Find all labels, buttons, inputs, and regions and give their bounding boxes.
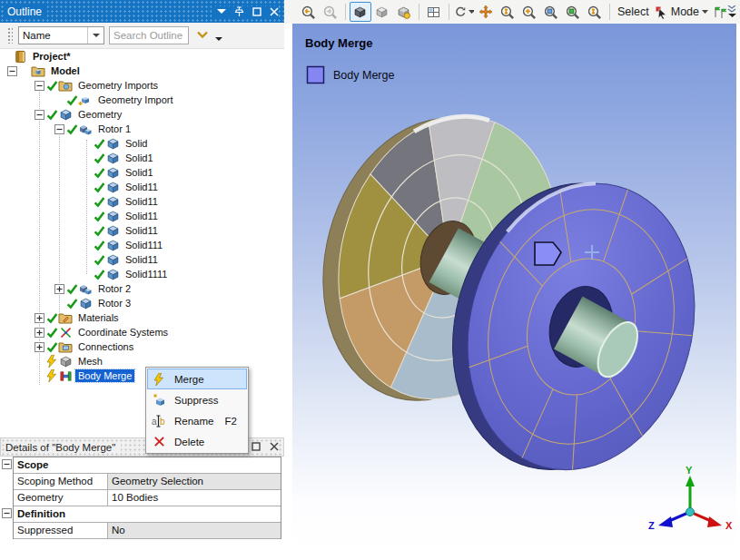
select-label[interactable]: Select xyxy=(617,5,649,18)
tree-item-solid11[interactable]: Solid11 xyxy=(0,194,284,209)
details-maximize-icon[interactable] xyxy=(252,442,261,453)
tree-item-solid11[interactable]: Solid11 xyxy=(0,223,284,238)
magnifier-window-button[interactable] xyxy=(562,2,584,22)
expander-spacer xyxy=(33,355,45,368)
orientation-triad[interactable]: Y X Z xyxy=(648,465,733,531)
expander-spacer xyxy=(80,166,93,179)
zoom-redo-button[interactable] xyxy=(320,2,341,22)
outline-titlebar[interactable]: Outline xyxy=(0,0,284,23)
details-row-suppressed: SuppressedNo xyxy=(14,523,281,539)
context-menu-item-suppress[interactable]: Suppress xyxy=(147,389,247,410)
tree-item-label: Geometry xyxy=(75,108,124,121)
solid-icon xyxy=(105,239,120,252)
tree-item-geometry-imports[interactable]: Geometry Imports xyxy=(0,78,284,93)
maximize-icon[interactable] xyxy=(252,7,261,16)
status-ok-check-icon xyxy=(65,123,78,135)
toolbar-overflow-button[interactable] xyxy=(727,5,740,18)
tree-item-solid11[interactable]: Solid11 xyxy=(0,209,284,223)
details-group-row-definition: Definition xyxy=(14,506,281,523)
tree-item-solid11[interactable]: Solid11 xyxy=(0,180,284,194)
status-ok-check-icon xyxy=(45,340,58,353)
tree-item-solid11[interactable]: Solid11 xyxy=(0,252,284,267)
expander-spacer xyxy=(80,195,93,208)
show-mesh-button[interactable] xyxy=(393,2,415,22)
tree-item-solid1[interactable]: Solid1 xyxy=(0,165,284,180)
tree-item-geometry-import[interactable]: Geometry Import xyxy=(0,93,284,107)
search-input[interactable] xyxy=(109,26,189,44)
minus-expander-icon[interactable] xyxy=(33,108,45,121)
plus-expander-icon[interactable] xyxy=(33,326,45,339)
property-value[interactable]: 10 Bodies xyxy=(108,490,281,506)
details-close-icon[interactable] xyxy=(270,442,279,453)
minus-expander-icon[interactable] xyxy=(53,123,65,135)
solid-icon xyxy=(105,224,120,238)
solid-icon xyxy=(105,195,120,209)
context-menu-item-delete[interactable]: Delete xyxy=(147,431,247,452)
context-menu-item-rename[interactable]: abRenameF2 xyxy=(147,410,247,431)
status-ok-check-icon xyxy=(93,152,105,164)
tree-item-project-[interactable]: Project* xyxy=(0,49,284,64)
tree-item-geometry[interactable]: Geometry xyxy=(0,107,284,122)
toolbar-separator xyxy=(419,4,419,20)
tree-item-label: Materials xyxy=(75,311,122,324)
tree-item-rotor-2[interactable]: Rotor 2 xyxy=(0,281,284,296)
minus-expander-icon[interactable] xyxy=(5,64,18,77)
context-menu-item-merge[interactable]: Merge xyxy=(147,368,247,389)
flags-icon[interactable] xyxy=(712,5,727,19)
tree-item-label: Connections xyxy=(75,340,136,353)
panel-menu-chevron-icon[interactable] xyxy=(217,8,226,15)
search-options-chevron-icon[interactable] xyxy=(196,30,209,41)
tree-item-label: Mesh xyxy=(75,355,105,368)
zoom-fit-button[interactable] xyxy=(540,2,562,22)
pan-button[interactable] xyxy=(475,2,497,22)
expander-spacer xyxy=(80,137,93,150)
tree-item-materials[interactable]: Materials xyxy=(0,310,284,325)
delete-icon xyxy=(147,436,171,447)
collapse-group-icon[interactable] xyxy=(2,508,12,520)
pin-icon[interactable] xyxy=(234,6,244,17)
tree-item-solid1111[interactable]: Solid1111 xyxy=(0,267,284,281)
connections-icon xyxy=(58,340,73,354)
tree-item-solid1[interactable]: Solid1 xyxy=(0,151,284,165)
status-ok-check-icon xyxy=(65,297,78,309)
3d-viewport[interactable]: Y X Z Body Merge Body Merge xyxy=(292,24,736,556)
body-merge-icon xyxy=(58,369,73,383)
minus-expander-icon[interactable] xyxy=(33,79,45,92)
shaded-exterior-edges-button[interactable] xyxy=(350,2,371,22)
mode-button[interactable]: Mode xyxy=(655,5,708,19)
tree-item-solid[interactable]: Solid xyxy=(0,136,284,151)
zoom-pan-button[interactable] xyxy=(584,2,606,22)
collapse-group-icon[interactable] xyxy=(2,459,12,471)
tree-item-connections[interactable]: Connections xyxy=(0,339,284,354)
close-icon[interactable] xyxy=(270,7,279,16)
status-ok-check-icon xyxy=(45,79,58,92)
status-ok-check-icon xyxy=(93,268,105,280)
tree-item-solid111[interactable]: Solid111 xyxy=(0,238,284,252)
expander-spacer xyxy=(80,210,93,222)
viewports-button[interactable] xyxy=(423,2,445,22)
toolbar-grip[interactable] xyxy=(7,27,13,44)
tree-item-model[interactable]: Model xyxy=(0,64,284,78)
tree-item-label: Solid11 xyxy=(123,253,161,266)
suppress-icon xyxy=(147,393,171,407)
shaded-exterior-button[interactable] xyxy=(371,2,393,22)
tree-item-rotor-3[interactable]: Rotor 3 xyxy=(0,296,284,310)
project-icon xyxy=(13,50,27,64)
toolbar-overflow-caret-icon[interactable] xyxy=(215,33,222,44)
tree-item-rotor-1[interactable]: Rotor 1 xyxy=(0,122,284,136)
zoom-in-out-button[interactable] xyxy=(497,2,518,22)
property-value[interactable]: No xyxy=(108,523,281,538)
expander-spacer xyxy=(80,268,93,280)
plus-expander-icon[interactable] xyxy=(33,340,45,353)
status-ok-check-icon xyxy=(93,195,105,208)
toolbar-grip[interactable] xyxy=(293,4,294,20)
tree-item-coordinate-systems[interactable]: Coordinate Systems xyxy=(0,325,284,339)
filter-type-dropdown[interactable]: Name xyxy=(18,26,104,44)
plus-expander-icon[interactable] xyxy=(53,282,65,295)
property-value[interactable]: Geometry Selection xyxy=(108,474,281,489)
rotate-button[interactable] xyxy=(453,2,475,22)
plus-expander-icon[interactable] xyxy=(33,311,45,324)
zoom-undo-button[interactable] xyxy=(298,2,320,22)
box-zoom-button[interactable] xyxy=(518,2,540,22)
part-icon xyxy=(78,123,93,136)
